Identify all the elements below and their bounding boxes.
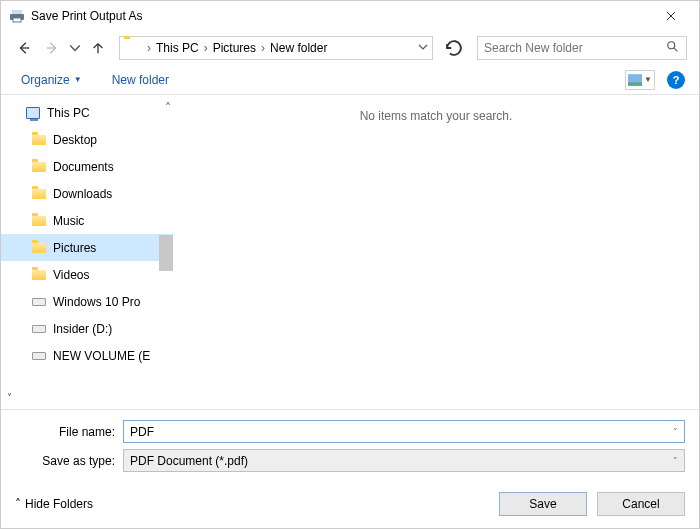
folder-icon bbox=[124, 39, 142, 57]
saveas-label: Save as type: bbox=[15, 454, 123, 468]
tree-item[interactable]: Videos bbox=[1, 261, 173, 288]
forward-button bbox=[41, 37, 63, 59]
hide-folders-button[interactable]: ˄ Hide Folders bbox=[15, 497, 93, 511]
window-title: Save Print Output As bbox=[31, 9, 651, 23]
tree-item-label: Pictures bbox=[53, 241, 96, 255]
folder-icon bbox=[31, 267, 47, 283]
view-options-button[interactable]: ▼ bbox=[625, 70, 655, 90]
cancel-button[interactable]: Cancel bbox=[597, 492, 685, 516]
tree-item-label: Music bbox=[53, 214, 84, 228]
drive-icon bbox=[31, 294, 47, 310]
saveas-combo[interactable]: PDF Document (*.pdf) ˅ bbox=[123, 449, 685, 472]
file-list-pane: No items match your search. bbox=[173, 95, 699, 409]
tree-item[interactable]: NEW VOLUME (E bbox=[1, 342, 173, 369]
help-button[interactable]: ? bbox=[667, 71, 685, 89]
new-folder-button[interactable]: New folder bbox=[112, 73, 169, 87]
chevron-down-icon: ▼ bbox=[644, 75, 652, 84]
svg-rect-2 bbox=[13, 18, 21, 22]
folder-tree[interactable]: ˄ This PC DesktopDocumentsDownloadsMusic… bbox=[1, 95, 173, 409]
tree-item[interactable]: Music bbox=[1, 207, 173, 234]
tree-item[interactable]: Documents bbox=[1, 153, 173, 180]
breadcrumb-this-pc[interactable]: This PC bbox=[154, 41, 201, 55]
breadcrumb-pictures[interactable]: Pictures bbox=[211, 41, 258, 55]
tree-item-label: Insider (D:) bbox=[53, 322, 112, 336]
chevron-down-icon[interactable]: ˅ bbox=[673, 427, 678, 437]
saveas-value: PDF Document (*.pdf) bbox=[130, 454, 248, 468]
address-bar[interactable]: › This PC › Pictures › New folder bbox=[119, 36, 433, 60]
tree-item[interactable]: Insider (D:) bbox=[1, 315, 173, 342]
folder-icon bbox=[31, 186, 47, 202]
save-button[interactable]: Save bbox=[499, 492, 587, 516]
tree-item[interactable]: Desktop bbox=[1, 126, 173, 153]
drive-icon bbox=[31, 348, 47, 364]
pc-icon bbox=[25, 105, 41, 121]
hide-folders-label: Hide Folders bbox=[25, 497, 93, 511]
folder-icon bbox=[31, 132, 47, 148]
chevron-down-icon[interactable]: ˅ bbox=[673, 456, 678, 466]
tree-item[interactable]: Pictures bbox=[1, 234, 173, 261]
svg-point-3 bbox=[668, 41, 675, 48]
tree-item-label: NEW VOLUME (E bbox=[53, 349, 150, 363]
tree-item-label: Videos bbox=[53, 268, 89, 282]
folder-icon bbox=[31, 213, 47, 229]
up-button[interactable] bbox=[87, 37, 109, 59]
tree-item[interactable]: Windows 10 Pro bbox=[1, 288, 173, 315]
tree-this-pc[interactable]: This PC bbox=[1, 99, 173, 126]
tree-item-label: Windows 10 Pro bbox=[53, 295, 140, 309]
search-icon bbox=[666, 40, 680, 57]
svg-rect-5 bbox=[628, 82, 642, 86]
refresh-button[interactable] bbox=[443, 37, 465, 59]
chevron-right-icon: › bbox=[201, 41, 211, 55]
chevron-down-icon: ▼ bbox=[74, 75, 82, 84]
drive-icon bbox=[31, 321, 47, 337]
save-label: Save bbox=[529, 497, 556, 511]
empty-message: No items match your search. bbox=[360, 109, 513, 123]
tree-item-label: Documents bbox=[53, 160, 114, 174]
search-box[interactable] bbox=[477, 36, 687, 60]
chevron-right-icon: › bbox=[144, 41, 154, 55]
collapse-tree-icon[interactable]: ˄ bbox=[165, 101, 171, 115]
filename-label: File name: bbox=[15, 425, 123, 439]
scrollbar-thumb[interactable] bbox=[159, 235, 173, 271]
tree-item[interactable]: Downloads bbox=[1, 180, 173, 207]
address-dropdown[interactable] bbox=[418, 41, 428, 55]
close-button[interactable] bbox=[651, 3, 691, 29]
chevron-up-icon: ˄ bbox=[15, 497, 21, 511]
search-input[interactable] bbox=[484, 41, 666, 55]
folder-icon bbox=[31, 159, 47, 175]
organize-button[interactable]: Organize ▼ bbox=[21, 73, 82, 87]
printer-icon bbox=[9, 8, 25, 24]
organize-label: Organize bbox=[21, 73, 70, 87]
cancel-label: Cancel bbox=[622, 497, 659, 511]
svg-rect-0 bbox=[12, 10, 22, 14]
folder-icon bbox=[31, 240, 47, 256]
tree-item-label: Desktop bbox=[53, 133, 97, 147]
recent-locations-button[interactable] bbox=[69, 37, 81, 59]
back-button[interactable] bbox=[13, 37, 35, 59]
tree-item-label: Downloads bbox=[53, 187, 112, 201]
new-folder-label: New folder bbox=[112, 73, 169, 87]
filename-combo[interactable]: ˅ bbox=[123, 420, 685, 443]
expand-chevron-icon[interactable]: ˅ bbox=[7, 392, 12, 403]
filename-input[interactable] bbox=[130, 425, 678, 439]
breadcrumb-new-folder[interactable]: New folder bbox=[268, 41, 329, 55]
chevron-right-icon: › bbox=[258, 41, 268, 55]
tree-label: This PC bbox=[47, 106, 90, 120]
